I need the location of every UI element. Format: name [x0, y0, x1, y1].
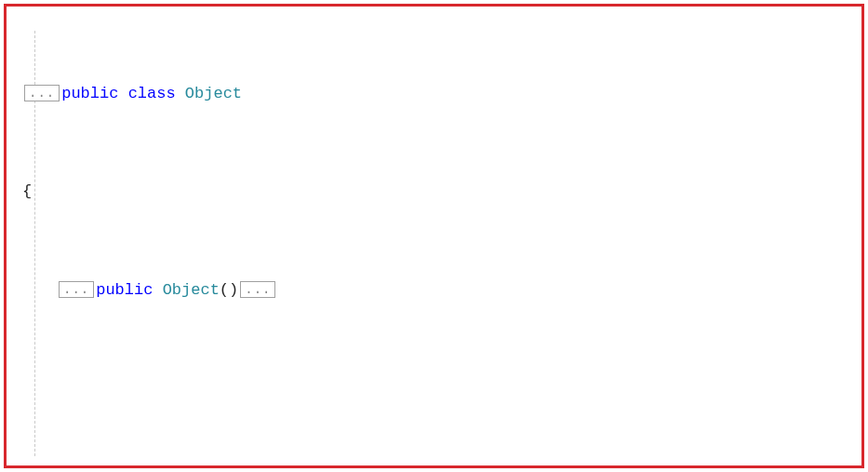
- code-viewer-frame: ...public class Object { ...public Objec…: [4, 4, 864, 468]
- fold-icon[interactable]: ...: [240, 281, 275, 298]
- fold-icon[interactable]: ...: [59, 281, 94, 298]
- line-class-decl: ...public class Object: [10, 82, 858, 106]
- code-block: ...public class Object { ...public Objec…: [10, 8, 858, 472]
- line-ctor: ...public Object()...: [10, 278, 858, 303]
- fold-icon[interactable]: ...: [24, 85, 60, 101]
- brace-open: {: [10, 180, 858, 204]
